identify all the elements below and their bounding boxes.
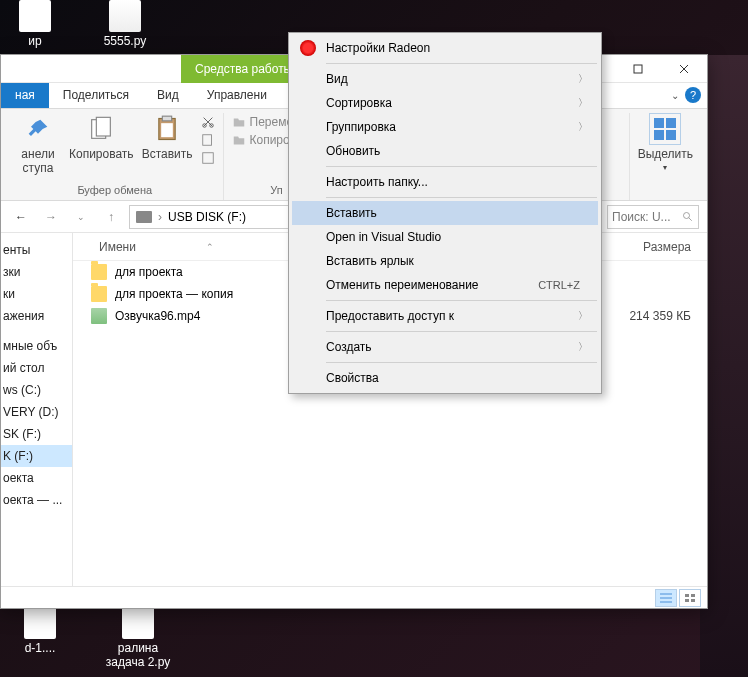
view-icons-button[interactable] — [679, 589, 701, 607]
up-button[interactable]: ↑ — [99, 205, 123, 229]
ctx-properties[interactable]: Свойства — [292, 366, 598, 390]
status-bar — [1, 586, 707, 608]
ctx-paste[interactable]: Вставить — [292, 201, 598, 225]
search-placeholder: Поиск: U... — [612, 210, 671, 224]
desktop-icon-label: 5555.py — [104, 34, 147, 48]
chevron-down-icon[interactable]: ⌄ — [671, 90, 679, 101]
video-icon — [91, 308, 107, 324]
tab-share[interactable]: Поделиться — [49, 83, 143, 108]
cut-button[interactable] — [201, 115, 215, 129]
ctx-open-vs[interactable]: Open in Visual Studio — [292, 225, 598, 249]
pin-icon — [22, 113, 54, 145]
ctx-undo-rename[interactable]: Отменить переименованиеCTRL+Z — [292, 273, 598, 297]
ctx-view[interactable]: Вид〉 — [292, 67, 598, 91]
tab-file[interactable]: ная — [1, 83, 49, 108]
tab-view[interactable]: Вид — [143, 83, 193, 108]
copy-path-button[interactable] — [201, 133, 215, 147]
nav-item[interactable]: енты — [1, 239, 72, 261]
recent-dropdown[interactable]: ⌄ — [69, 205, 93, 229]
svg-rect-19 — [691, 594, 695, 597]
separator — [326, 166, 597, 167]
chevron-right-icon: 〉 — [578, 96, 588, 110]
search-input[interactable]: Поиск: U... — [607, 205, 699, 229]
clipboard-extra — [201, 113, 215, 165]
column-name[interactable]: Имени — [99, 240, 136, 254]
separator — [326, 63, 597, 64]
ctx-paste-shortcut[interactable]: Вставить ярлык — [292, 249, 598, 273]
ctx-customize-folder[interactable]: Настроить папку... — [292, 170, 598, 194]
nav-item[interactable]: SK (F:) — [1, 423, 72, 445]
nav-item[interactable]: ий стол — [1, 357, 72, 379]
desktop-icon[interactable]: ир — [5, 0, 65, 50]
nav-item[interactable]: зки — [1, 261, 72, 283]
separator — [326, 331, 597, 332]
select-all-icon — [649, 113, 681, 145]
view-details-button[interactable] — [655, 589, 677, 607]
desktop-icon-label: ралина — [118, 641, 158, 655]
nav-item[interactable]: VERY (D:) — [1, 401, 72, 423]
column-size[interactable]: Размера — [607, 240, 707, 254]
forward-button[interactable]: → — [39, 205, 63, 229]
nav-pane[interactable]: ентызкикиажениямные объий столws (C:)VER… — [1, 233, 73, 586]
nav-item[interactable]: ажения — [1, 305, 72, 327]
nav-item[interactable]: K (F:) — [1, 445, 72, 467]
desktop-icons-bottom: d-1.... ралина задача 2.ру — [0, 603, 173, 669]
svg-point-13 — [684, 212, 690, 218]
nav-item[interactable]: оекта — ... — [1, 489, 72, 511]
chevron-right-icon: 〉 — [578, 309, 588, 323]
ctx-create[interactable]: Создать〉 — [292, 335, 598, 359]
address-path: USB DISK (F:) — [168, 210, 246, 224]
pin-panel-button[interactable]: анели ступа — [15, 113, 61, 175]
ctx-radeon[interactable]: Настройки Radeon — [292, 36, 598, 60]
ctx-share-access[interactable]: Предоставить доступ к〉 — [292, 304, 598, 328]
copy-button[interactable]: Копировать — [69, 113, 134, 161]
paste-button[interactable]: Вставить — [142, 113, 193, 161]
ctx-refresh[interactable]: Обновить — [292, 139, 598, 163]
chevron-down-icon: ▾ — [663, 163, 667, 172]
nav-item[interactable]: ки — [1, 283, 72, 305]
paste-shortcut-button[interactable] — [201, 151, 215, 165]
ctx-sort[interactable]: Сортировка〉 — [292, 91, 598, 115]
chevron-right-icon: 〉 — [578, 120, 588, 134]
help-icon[interactable]: ? — [685, 87, 701, 103]
select-button[interactable]: Выделить ▾ — [638, 113, 693, 172]
nav-item[interactable]: оекта — [1, 467, 72, 489]
svg-rect-12 — [202, 153, 213, 164]
drive-icon — [136, 211, 152, 223]
desktop-icon[interactable]: d-1.... — [5, 603, 75, 669]
shortcut-label: CTRL+Z — [538, 279, 580, 291]
svg-rect-7 — [162, 116, 171, 121]
svg-rect-20 — [685, 599, 689, 602]
nav-item[interactable] — [1, 327, 72, 335]
file-name: Озвучка96.mp4 — [115, 309, 200, 323]
desktop-icon[interactable]: ралина задача 2.ру — [103, 603, 173, 669]
file-size: 214 359 КБ — [607, 309, 707, 323]
separator — [326, 300, 597, 301]
context-menu: Настройки Radeon Вид〉 Сортировка〉 Группи… — [288, 32, 602, 394]
chevron-right-icon: 〉 — [578, 340, 588, 354]
file-name: для проекта — копия — [115, 287, 233, 301]
desktop-icon-label: задача 2.ру — [106, 655, 170, 669]
back-button[interactable]: ← — [9, 205, 33, 229]
file-name: для проекта — [115, 265, 183, 279]
sort-caret-icon: ⌃ — [206, 242, 214, 252]
nav-item[interactable]: ws (C:) — [1, 379, 72, 401]
copy-icon — [85, 113, 117, 145]
svg-rect-1 — [634, 65, 642, 73]
ribbon-group-label: Уп — [270, 182, 282, 200]
folder-icon — [91, 286, 107, 302]
nav-item[interactable]: мные объ — [1, 335, 72, 357]
close-button[interactable] — [661, 55, 707, 83]
svg-line-14 — [689, 217, 692, 220]
desktop-icon[interactable]: 5555.py — [95, 0, 155, 50]
folder-icon — [91, 264, 107, 280]
ctx-group[interactable]: Группировка〉 — [292, 115, 598, 139]
search-icon — [682, 211, 694, 223]
separator — [326, 197, 597, 198]
svg-rect-8 — [161, 123, 173, 137]
tab-manage[interactable]: Управлени — [193, 83, 281, 108]
clipboard-icon — [151, 113, 183, 145]
file-icon — [19, 0, 51, 32]
maximize-button[interactable] — [615, 55, 661, 83]
desktop-icon-label: ир — [28, 34, 41, 48]
